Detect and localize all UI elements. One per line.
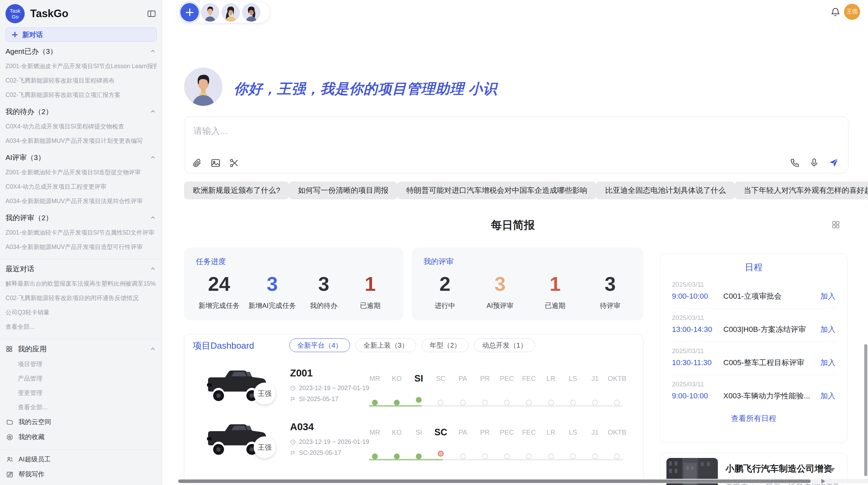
scissors-icon[interactable] [229, 158, 239, 168]
send-icon[interactable] [828, 157, 839, 168]
app-menu-item[interactable]: 变更管理 [5, 386, 156, 400]
view-all-schedule-link[interactable]: 查看所有日程 [672, 413, 835, 424]
dashboard-filter-chip[interactable]: 全新平台（4） [289, 338, 350, 352]
vertical-scrollbar-thumb[interactable] [864, 344, 867, 476]
dashboard-filters: 全新平台（4）全新上装（3）年型（2）动总开发（1） [289, 338, 535, 352]
event-join-link[interactable]: 加入 [820, 358, 835, 368]
stat-item: 24新增完成任务 [198, 273, 240, 310]
sidebar-item[interactable]: C02-飞腾新能源轻客改款项目立项汇报方案 [5, 88, 156, 102]
milestone: J1 [584, 425, 606, 459]
sidebar-item[interactable]: C0X4-动力总成开发项目工程变更评审 [5, 179, 156, 194]
milestone-dot [526, 400, 532, 406]
project-car-image: 王强 [202, 361, 274, 406]
milestone-dot [614, 453, 620, 459]
sidebar-item[interactable]: A034-全新新能源MUV产品开发项目法规符合性评审 [5, 194, 156, 208]
milestone: OKTB [606, 425, 628, 459]
scroll-right-arrow-icon[interactable] [821, 479, 825, 484]
sidebar-section-header[interactable]: 我的评审（2） [5, 210, 156, 225]
dashboard-filter-chip[interactable]: 全新上装（3） [355, 338, 416, 352]
sidebar-item[interactable]: Z001-全新燃油皮卡产品开发项目SI节点Lesson Learn报告 [5, 59, 156, 73]
tool-item[interactable]: 帮我写作 [5, 467, 156, 482]
dashboard-filter-chip[interactable]: 年型（2） [422, 338, 469, 352]
recent-chat-item[interactable]: 查看全部... [5, 320, 156, 334]
sidebar-section-header[interactable]: AI评审（3） [5, 150, 156, 165]
person-illustration [242, 3, 261, 22]
project-dates-text: 2023-12-19 ~ 2027-01-19 [299, 385, 369, 392]
recent-chat-item[interactable]: 公司Q3轻卡销量 [5, 305, 156, 320]
project-row[interactable]: 王强A0342023-12-19 ~ 2026-01-19SC-2025-05-… [184, 410, 643, 464]
sidebar-item-star[interactable]: 我的收藏 [5, 430, 156, 445]
stat-item: 1已逾期 [536, 273, 574, 310]
agent-avatar-3[interactable] [242, 3, 261, 22]
chevron-up-icon [149, 108, 156, 115]
horizontal-scrollbar-thumb[interactable] [178, 480, 811, 483]
milestone-label: PEC [500, 372, 514, 385]
milestone-label: PA [459, 425, 467, 439]
agent-avatar-1[interactable] [201, 3, 219, 22]
milestone-label: J1 [591, 372, 599, 385]
notification-bell-icon[interactable] [830, 7, 841, 17]
suggestion-chip[interactable]: 如何写一份清晰的项目周报 [289, 182, 397, 199]
sidebar-item[interactable]: Z001-全新燃油轻卡产品开发项目SI节点属性5D文件评审 [5, 225, 156, 240]
suggestion-chip[interactable]: 欧洲新规最近颁布了什么? [184, 182, 289, 199]
suggestion-chip[interactable]: 当下年轻人对汽车外观有怎样的喜好趋势 [735, 182, 868, 199]
milestone: PR [474, 425, 496, 459]
project-flag-milestone: SC-2025-05-17 [290, 449, 341, 457]
milestone-dot [504, 400, 510, 406]
layout-grid-icon[interactable] [831, 220, 841, 229]
image-upload-icon[interactable] [210, 158, 221, 168]
sidebar-collapse-icon[interactable] [147, 9, 156, 18]
sidebar-section-header[interactable]: Agent已办（3） [5, 44, 156, 59]
schedule-title: 日程 [672, 261, 835, 273]
stat-label: 进行中 [426, 301, 464, 310]
attachment-icon[interactable] [192, 158, 202, 168]
user-avatar-name: 王强 [847, 8, 858, 15]
tool-item[interactable]: 创意制图 [5, 482, 156, 485]
event-join-link[interactable]: 加入 [820, 391, 835, 401]
app-menu-item[interactable]: 项目管理 [5, 357, 156, 371]
event-name: X003-车辆动力学性能验... [723, 391, 820, 401]
milestone-timeline: MRKOSISCPAPRPECFECLRLSJ1OKTB [364, 425, 628, 456]
new-chat-button[interactable]: 新对话 [5, 27, 157, 42]
scroll-down-indicator-icon[interactable] [829, 468, 835, 472]
suggestion-chip[interactable]: 特朗普可能对进口汽车增税会对中国车企造成哪些影响 [397, 182, 596, 199]
sidebar-item[interactable]: C0X4-动力总成开发项目SI里程碑提交物检查 [5, 119, 156, 134]
suggestion-chip[interactable]: 比亚迪全固态电池计划具体说了什么 [596, 182, 735, 199]
app-menu-item[interactable]: 查看全部... [5, 400, 156, 414]
project-code: A034 [290, 421, 314, 433]
stat-value: 3 [305, 273, 342, 295]
flag-icon [290, 396, 296, 402]
recent-chat-item[interactable]: C02-飞腾新能源轻客改款项目的闭环通告反馈情况 [5, 291, 156, 305]
microphone-icon[interactable] [809, 158, 819, 168]
dashboard-filter-chip[interactable]: 动总开发（1） [474, 338, 535, 352]
milestone-label: OKTB [608, 425, 626, 439]
chevron-up-icon [149, 265, 156, 272]
event-join-link[interactable]: 加入 [820, 291, 835, 301]
recent-chats-header[interactable]: 最近对话 [5, 261, 156, 276]
milestone: SC [430, 372, 452, 406]
stat-value: 1 [351, 273, 389, 295]
recent-chat-item[interactable]: 解释最新出台的欧盟报废车法规再生塑料比例被调至15%... [5, 276, 156, 291]
app-menu-item[interactable]: 产品管理 [5, 371, 156, 386]
tool-item[interactable]: AI超级员工 [5, 452, 156, 467]
project-row[interactable]: 王强Z0012023-12-19 ~ 2027-01-19SI-2025-05-… [184, 357, 643, 410]
add-agent-button[interactable] [180, 3, 199, 22]
event-join-link[interactable]: 加入 [820, 324, 835, 335]
sidebar-item-folder[interactable]: 我的云空间 [5, 414, 156, 430]
clock-icon [290, 385, 296, 391]
dashboard-header: 项目Dashboard [193, 340, 254, 352]
sidebar-section-header[interactable]: 我的待办（2） [5, 104, 156, 119]
person-illustration [201, 3, 219, 22]
sidebar-item[interactable]: A034-全新新能源MUV产品开发项目造型可行性评审 [5, 240, 156, 254]
sidebar-item[interactable]: Z001-全新燃油轻卡产品开发项目SI造型提交物评审 [5, 165, 156, 179]
user-avatar[interactable]: 王强 [844, 4, 860, 20]
milestone: PR [474, 372, 496, 406]
agent-avatar-2[interactable] [221, 3, 240, 22]
chat-input[interactable] [193, 123, 743, 139]
sidebar-item[interactable]: A034-全新新能源MUV产品开发项目计划变更表编写 [5, 134, 156, 148]
voice-call-icon[interactable] [790, 158, 800, 168]
my-apps-header[interactable]: 我的应用 [5, 341, 156, 357]
event-time: 10:30-11:30 [672, 358, 723, 367]
milestone-dot [614, 400, 620, 406]
sidebar-item[interactable]: C02-飞腾新能源轻客改款项目里程碑画布 [5, 73, 156, 88]
